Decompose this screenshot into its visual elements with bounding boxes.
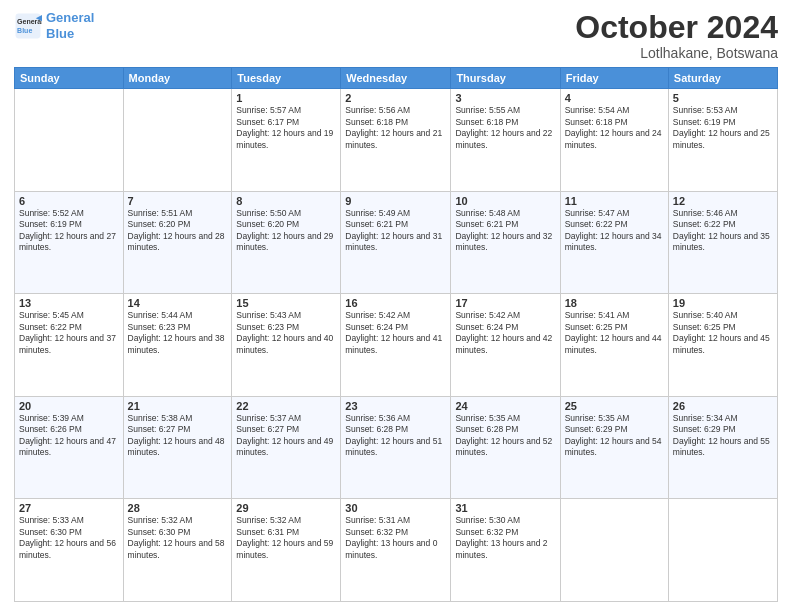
day-info: Sunrise: 5:46 AM Sunset: 6:22 PM Dayligh… <box>673 208 773 254</box>
day-number: 24 <box>455 400 555 412</box>
table-row: 10Sunrise: 5:48 AM Sunset: 6:21 PM Dayli… <box>451 191 560 294</box>
calendar-table: Sunday Monday Tuesday Wednesday Thursday… <box>14 67 778 602</box>
header: General Blue GeneralBlue October 2024 Lo… <box>14 10 778 61</box>
day-info: Sunrise: 5:45 AM Sunset: 6:22 PM Dayligh… <box>19 310 119 356</box>
col-wednesday: Wednesday <box>341 68 451 89</box>
table-row: 21Sunrise: 5:38 AM Sunset: 6:27 PM Dayli… <box>123 396 232 499</box>
day-info: Sunrise: 5:36 AM Sunset: 6:28 PM Dayligh… <box>345 413 446 459</box>
day-info: Sunrise: 5:32 AM Sunset: 6:31 PM Dayligh… <box>236 515 336 561</box>
day-number: 8 <box>236 195 336 207</box>
table-row: 2Sunrise: 5:56 AM Sunset: 6:18 PM Daylig… <box>341 89 451 192</box>
day-number: 19 <box>673 297 773 309</box>
table-row: 8Sunrise: 5:50 AM Sunset: 6:20 PM Daylig… <box>232 191 341 294</box>
table-row <box>560 499 668 602</box>
col-monday: Monday <box>123 68 232 89</box>
col-friday: Friday <box>560 68 668 89</box>
day-number: 6 <box>19 195 119 207</box>
day-number: 21 <box>128 400 228 412</box>
day-info: Sunrise: 5:32 AM Sunset: 6:30 PM Dayligh… <box>128 515 228 561</box>
svg-text:General: General <box>17 18 42 25</box>
logo: General Blue GeneralBlue <box>14 10 94 41</box>
day-number: 18 <box>565 297 664 309</box>
col-thursday: Thursday <box>451 68 560 89</box>
day-number: 27 <box>19 502 119 514</box>
day-info: Sunrise: 5:35 AM Sunset: 6:29 PM Dayligh… <box>565 413 664 459</box>
table-row: 18Sunrise: 5:41 AM Sunset: 6:25 PM Dayli… <box>560 294 668 397</box>
table-row: 14Sunrise: 5:44 AM Sunset: 6:23 PM Dayli… <box>123 294 232 397</box>
table-row: 29Sunrise: 5:32 AM Sunset: 6:31 PM Dayli… <box>232 499 341 602</box>
day-number: 13 <box>19 297 119 309</box>
day-number: 5 <box>673 92 773 104</box>
day-number: 2 <box>345 92 446 104</box>
table-row: 25Sunrise: 5:35 AM Sunset: 6:29 PM Dayli… <box>560 396 668 499</box>
day-info: Sunrise: 5:44 AM Sunset: 6:23 PM Dayligh… <box>128 310 228 356</box>
day-number: 17 <box>455 297 555 309</box>
day-number: 26 <box>673 400 773 412</box>
day-number: 14 <box>128 297 228 309</box>
table-row: 17Sunrise: 5:42 AM Sunset: 6:24 PM Dayli… <box>451 294 560 397</box>
table-row: 5Sunrise: 5:53 AM Sunset: 6:19 PM Daylig… <box>668 89 777 192</box>
title-block: October 2024 Lotlhakane, Botswana <box>575 10 778 61</box>
svg-rect-0 <box>16 13 41 38</box>
table-row <box>668 499 777 602</box>
day-info: Sunrise: 5:56 AM Sunset: 6:18 PM Dayligh… <box>345 105 446 151</box>
table-row: 4Sunrise: 5:54 AM Sunset: 6:18 PM Daylig… <box>560 89 668 192</box>
table-row: 15Sunrise: 5:43 AM Sunset: 6:23 PM Dayli… <box>232 294 341 397</box>
table-row: 13Sunrise: 5:45 AM Sunset: 6:22 PM Dayli… <box>15 294 124 397</box>
day-info: Sunrise: 5:35 AM Sunset: 6:28 PM Dayligh… <box>455 413 555 459</box>
day-info: Sunrise: 5:39 AM Sunset: 6:26 PM Dayligh… <box>19 413 119 459</box>
table-row: 12Sunrise: 5:46 AM Sunset: 6:22 PM Dayli… <box>668 191 777 294</box>
day-number: 1 <box>236 92 336 104</box>
day-info: Sunrise: 5:42 AM Sunset: 6:24 PM Dayligh… <box>455 310 555 356</box>
table-row: 28Sunrise: 5:32 AM Sunset: 6:30 PM Dayli… <box>123 499 232 602</box>
day-number: 22 <box>236 400 336 412</box>
table-row: 26Sunrise: 5:34 AM Sunset: 6:29 PM Dayli… <box>668 396 777 499</box>
table-row: 19Sunrise: 5:40 AM Sunset: 6:25 PM Dayli… <box>668 294 777 397</box>
day-info: Sunrise: 5:41 AM Sunset: 6:25 PM Dayligh… <box>565 310 664 356</box>
day-number: 25 <box>565 400 664 412</box>
logo-icon: General Blue <box>14 12 42 40</box>
table-row: 6Sunrise: 5:52 AM Sunset: 6:19 PM Daylig… <box>15 191 124 294</box>
table-row <box>15 89 124 192</box>
table-row: 9Sunrise: 5:49 AM Sunset: 6:21 PM Daylig… <box>341 191 451 294</box>
day-number: 4 <box>565 92 664 104</box>
calendar-week-row: 13Sunrise: 5:45 AM Sunset: 6:22 PM Dayli… <box>15 294 778 397</box>
table-row: 16Sunrise: 5:42 AM Sunset: 6:24 PM Dayli… <box>341 294 451 397</box>
calendar-week-row: 1Sunrise: 5:57 AM Sunset: 6:17 PM Daylig… <box>15 89 778 192</box>
calendar-header-row: Sunday Monday Tuesday Wednesday Thursday… <box>15 68 778 89</box>
day-number: 16 <box>345 297 446 309</box>
table-row: 23Sunrise: 5:36 AM Sunset: 6:28 PM Dayli… <box>341 396 451 499</box>
main-title: October 2024 <box>575 10 778 45</box>
day-info: Sunrise: 5:47 AM Sunset: 6:22 PM Dayligh… <box>565 208 664 254</box>
day-number: 3 <box>455 92 555 104</box>
page: General Blue GeneralBlue October 2024 Lo… <box>0 0 792 612</box>
day-info: Sunrise: 5:54 AM Sunset: 6:18 PM Dayligh… <box>565 105 664 151</box>
subtitle: Lotlhakane, Botswana <box>575 45 778 61</box>
table-row: 3Sunrise: 5:55 AM Sunset: 6:18 PM Daylig… <box>451 89 560 192</box>
day-number: 9 <box>345 195 446 207</box>
day-number: 10 <box>455 195 555 207</box>
table-row: 11Sunrise: 5:47 AM Sunset: 6:22 PM Dayli… <box>560 191 668 294</box>
day-number: 15 <box>236 297 336 309</box>
day-info: Sunrise: 5:34 AM Sunset: 6:29 PM Dayligh… <box>673 413 773 459</box>
day-info: Sunrise: 5:33 AM Sunset: 6:30 PM Dayligh… <box>19 515 119 561</box>
table-row <box>123 89 232 192</box>
col-tuesday: Tuesday <box>232 68 341 89</box>
day-info: Sunrise: 5:40 AM Sunset: 6:25 PM Dayligh… <box>673 310 773 356</box>
day-info: Sunrise: 5:31 AM Sunset: 6:32 PM Dayligh… <box>345 515 446 561</box>
day-info: Sunrise: 5:37 AM Sunset: 6:27 PM Dayligh… <box>236 413 336 459</box>
day-number: 12 <box>673 195 773 207</box>
day-number: 11 <box>565 195 664 207</box>
day-info: Sunrise: 5:30 AM Sunset: 6:32 PM Dayligh… <box>455 515 555 561</box>
day-info: Sunrise: 5:49 AM Sunset: 6:21 PM Dayligh… <box>345 208 446 254</box>
day-info: Sunrise: 5:57 AM Sunset: 6:17 PM Dayligh… <box>236 105 336 151</box>
table-row: 7Sunrise: 5:51 AM Sunset: 6:20 PM Daylig… <box>123 191 232 294</box>
col-sunday: Sunday <box>15 68 124 89</box>
day-number: 23 <box>345 400 446 412</box>
svg-text:Blue: Blue <box>17 27 32 34</box>
day-info: Sunrise: 5:38 AM Sunset: 6:27 PM Dayligh… <box>128 413 228 459</box>
table-row: 20Sunrise: 5:39 AM Sunset: 6:26 PM Dayli… <box>15 396 124 499</box>
table-row: 30Sunrise: 5:31 AM Sunset: 6:32 PM Dayli… <box>341 499 451 602</box>
table-row: 27Sunrise: 5:33 AM Sunset: 6:30 PM Dayli… <box>15 499 124 602</box>
table-row: 24Sunrise: 5:35 AM Sunset: 6:28 PM Dayli… <box>451 396 560 499</box>
